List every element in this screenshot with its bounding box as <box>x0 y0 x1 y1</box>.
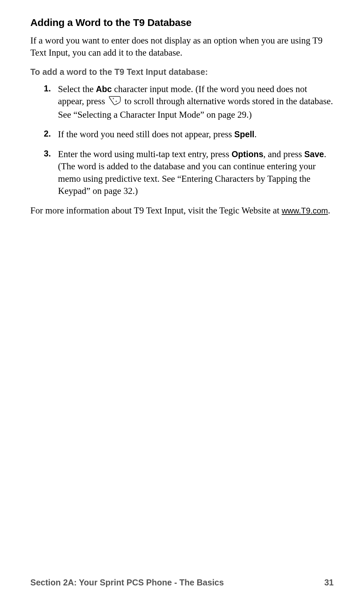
step-number: 3. <box>44 148 51 160</box>
step-text: Select the <box>58 84 96 94</box>
t9-website-link[interactable]: www.T9.com <box>282 206 328 215</box>
procedure-subheading: To add a word to the T9 Text Input datab… <box>30 67 334 77</box>
section-heading: Adding a Word to the T9 Database <box>30 17 334 28</box>
intro-paragraph: If a word you want to enter does not dis… <box>30 34 334 59</box>
step-text: If the word you need still does not appe… <box>58 129 234 139</box>
more-info-paragraph: For more information about T9 Text Input… <box>30 204 334 216</box>
more-text: . <box>328 205 330 215</box>
step-3: 3. Enter the word using multi-tap text e… <box>44 148 334 197</box>
page-footer: Section 2A: Your Sprint PCS Phone - The … <box>30 578 334 587</box>
bold-save: Save <box>304 149 324 159</box>
step-text: , and press <box>263 149 304 159</box>
step-text: Enter the word using multi-tap text entr… <box>58 149 232 159</box>
step-text: . <box>254 129 257 139</box>
star-key-icon: *+ <box>109 96 121 108</box>
step-1: 1. Select the Abc character input mode. … <box>44 83 334 121</box>
footer-section-label: Section 2A: Your Sprint PCS Phone - The … <box>30 578 224 587</box>
more-text: For more information about T9 Text Input… <box>30 205 282 215</box>
bold-spell: Spell <box>234 129 254 139</box>
step-2: 2. If the word you need still does not a… <box>44 128 334 140</box>
svg-text:*: * <box>113 97 114 102</box>
svg-text:+: + <box>115 99 117 103</box>
bold-options: Options <box>232 149 263 159</box>
bold-abc: Abc <box>96 84 112 94</box>
step-number: 2. <box>44 128 51 140</box>
footer-page-number: 31 <box>324 578 334 587</box>
steps-list: 1. Select the Abc character input mode. … <box>30 83 334 197</box>
step-number: 1. <box>44 83 51 94</box>
